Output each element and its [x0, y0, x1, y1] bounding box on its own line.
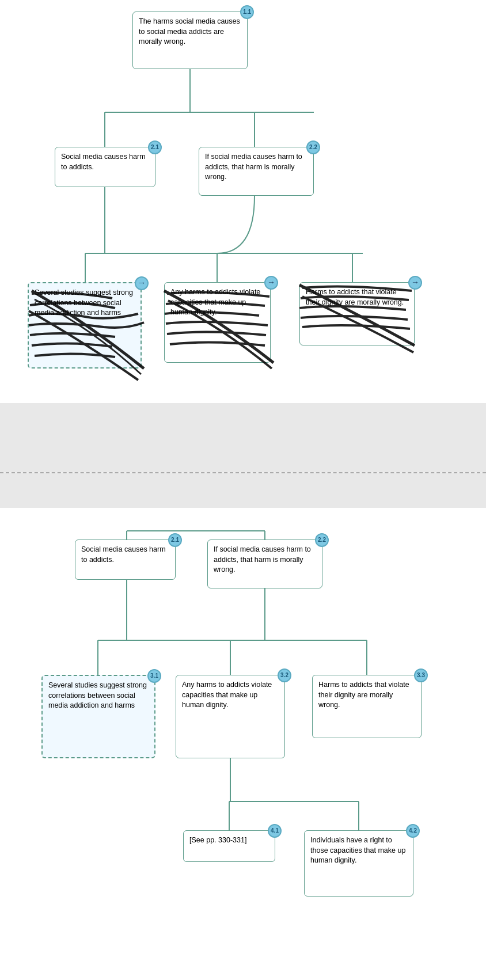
badge-1-1: 1.1 — [240, 5, 254, 19]
node-s2-2-1-text: Social media causes harm to addicts. — [81, 545, 166, 564]
node-1-1[interactable]: 1.1 The harms social media causes to soc… — [132, 12, 248, 69]
node-3-3-text: Harms to addicts that violate their dign… — [306, 288, 404, 306]
node-s2-3-2[interactable]: 3.2 Any harms to addicts violate capacit… — [176, 675, 285, 758]
badge-3-3: → — [408, 276, 422, 290]
badge-s2-2-1: 2.1 — [168, 533, 182, 547]
node-3-2-text: Any harms to addicts violate capacities … — [170, 288, 260, 316]
badge-3-2: → — [264, 276, 278, 290]
node-s2-2-2[interactable]: 2.2 If social media causes harm to addic… — [207, 540, 322, 588]
node-1-1-text: The harms social media causes to social … — [139, 17, 240, 45]
node-3-2[interactable]: → Any harms to addicts violate capacitie… — [164, 282, 271, 363]
node-s2-3-3-text: Harms to addicts that violate their dign… — [318, 681, 409, 709]
badge-s2-4-1: 4.1 — [268, 824, 282, 838]
node-3-3[interactable]: → Harms to addicts that violate their di… — [299, 282, 415, 345]
node-s2-2-2-text: If social media causes harm to addicts, … — [214, 545, 311, 573]
node-3-1-text: Several studies suggest strong correlati… — [35, 288, 133, 317]
node-2-2-text: If social media causes harm to addicts, … — [205, 153, 302, 181]
node-2-1-text: Social media causes harm to addicts. — [61, 153, 146, 171]
section-1: 1.1 The harms social media causes to soc… — [0, 0, 486, 403]
badge-s2-4-2: 4.2 — [406, 824, 420, 838]
badge-s2-2-2: 2.2 — [315, 533, 329, 547]
node-s2-4-1-text: [See pp. 330-331] — [189, 836, 246, 844]
node-s2-4-1[interactable]: 4.1 [See pp. 330-331] — [183, 830, 275, 862]
badge-s2-3-2: 3.2 — [278, 668, 291, 682]
node-s2-3-3[interactable]: 3.3 Harms to addicts that violate their … — [312, 675, 422, 738]
node-s2-4-2-text: Individuals have a right to those capaci… — [310, 836, 405, 864]
node-s2-3-2-text: Any harms to addicts violate capacities … — [182, 681, 272, 709]
section-gray-2 — [0, 473, 486, 508]
node-3-1[interactable]: → Several studies suggest strong correla… — [28, 282, 142, 369]
badge-2-1: 2.1 — [148, 140, 162, 154]
badge-s2-3-1: 3.1 — [147, 669, 161, 683]
node-s2-2-1[interactable]: 2.1 Social media causes harm to addicts. — [75, 540, 176, 580]
node-s2-3-1-text: Several studies suggest strong correlati… — [48, 681, 147, 709]
badge-3-1: → — [135, 276, 149, 290]
section-gray-1 — [0, 403, 486, 472]
badge-s2-3-3: 3.3 — [414, 668, 428, 682]
node-s2-3-1[interactable]: 3.1 Several studies suggest strong corre… — [41, 675, 155, 758]
node-2-2[interactable]: 2.2 If social media causes harm to addic… — [199, 147, 314, 196]
badge-2-2: 2.2 — [306, 140, 320, 154]
node-2-1[interactable]: 2.1 Social media causes harm to addicts. — [55, 147, 155, 187]
node-s2-4-2[interactable]: 4.2 Individuals have a right to those ca… — [304, 830, 413, 897]
section-2: 2.1 Social media causes harm to addicts.… — [0, 508, 486, 980]
